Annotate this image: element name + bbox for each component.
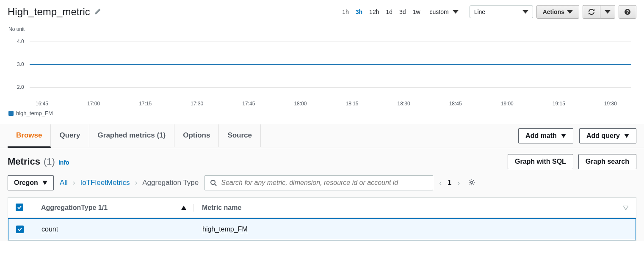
time-range-picker: 1h 3h 12h 1d 3d 1w custom: [340, 5, 461, 19]
chart-area: No unit 4.0 3.0 2.0 16:45 17:00 17:15 17…: [0, 22, 644, 119]
xtick: 17:00: [87, 101, 100, 107]
xtick: 19:30: [604, 101, 617, 107]
svg-point-4: [211, 180, 215, 184]
sort-asc-icon: [181, 206, 186, 210]
row-checkbox[interactable]: [16, 226, 41, 233]
breadcrumb-current: Aggregation Type: [142, 179, 199, 187]
ytick-2: 2.0: [17, 84, 24, 90]
column-aggregation-type[interactable]: AggregationType 1/1: [41, 204, 193, 212]
title-wrap: High_temp_metric: [8, 6, 340, 18]
tabs-bar: Browse Query Graphed metrics (1) Options…: [0, 124, 644, 148]
legend-label[interactable]: high_temp_FM: [16, 110, 53, 116]
breadcrumb-all[interactable]: All: [60, 179, 68, 187]
refresh-button[interactable]: [583, 5, 600, 19]
chart-type-label: Line: [474, 8, 485, 15]
svg-line-5: [215, 184, 216, 186]
metrics-head: Metrics (1) Info Graph with SQL Graph se…: [8, 154, 636, 169]
refresh-dropdown-button[interactable]: [600, 5, 615, 19]
xtick: 17:45: [242, 101, 255, 107]
tab-browse[interactable]: Browse: [8, 124, 51, 148]
help-icon: ?: [624, 8, 631, 15]
caret-down-icon: [522, 9, 528, 15]
cell-aggregation: count: [41, 226, 194, 233]
xtick: 18:00: [294, 101, 307, 107]
page-number: 1: [448, 179, 451, 187]
tab-source[interactable]: Source: [219, 124, 261, 147]
xtick: 18:30: [398, 101, 410, 107]
xtick: 17:30: [191, 101, 203, 107]
xtick: 19:00: [501, 101, 514, 107]
settings-icon[interactable]: [468, 179, 475, 187]
xtick: 18:45: [449, 101, 462, 107]
xtick: 19:15: [553, 101, 565, 107]
ytick-4: 4.0: [17, 39, 24, 44]
column-aggregation-label: AggregationType 1/1: [41, 204, 108, 212]
chart-type-select[interactable]: Line: [470, 6, 533, 18]
caret-down-icon: [42, 181, 47, 185]
graph-search-button[interactable]: Graph search: [578, 154, 636, 169]
page-next[interactable]: ›: [457, 179, 460, 187]
metrics-table: AggregationType 1/1 Metric name count hi…: [8, 197, 636, 241]
help-button[interactable]: ?: [619, 5, 636, 19]
actions-label: Actions: [543, 8, 564, 15]
add-query-button[interactable]: Add query: [579, 128, 636, 143]
page-title: High_temp_metric: [8, 6, 90, 18]
chart-xticks: 16:45 17:00 17:15 17:30 17:45 18:00 18:1…: [8, 99, 636, 107]
pager: ‹ 1 ›: [439, 179, 460, 187]
search-input[interactable]: [221, 179, 428, 187]
actions-button[interactable]: Actions: [536, 5, 579, 19]
region-select[interactable]: Oregon: [8, 175, 54, 190]
time-range-1h[interactable]: 1h: [340, 7, 351, 17]
table-row[interactable]: count high_temp_FM: [8, 218, 636, 240]
header-bar: High_temp_metric 1h 3h 12h 1d 3d 1w cust…: [0, 0, 644, 22]
page-prev[interactable]: ‹: [439, 179, 442, 187]
time-range-1d[interactable]: 1d: [383, 7, 395, 17]
chart-y-unit: No unit: [8, 26, 636, 32]
tab-query[interactable]: Query: [51, 124, 89, 147]
region-label: Oregon: [14, 179, 38, 187]
edit-icon[interactable]: [94, 8, 101, 16]
legend-swatch: [8, 111, 14, 116]
graph-with-sql-button[interactable]: Graph with SQL: [508, 154, 573, 169]
search-box[interactable]: [205, 175, 433, 190]
tab-graphed-metrics[interactable]: Graphed metrics (1): [89, 124, 175, 147]
ytick-3: 3.0: [17, 61, 24, 67]
header-controls: 1h 3h 12h 1d 3d 1w custom Line Actions: [340, 5, 636, 19]
caret-down-icon: [561, 134, 566, 138]
time-range-1w[interactable]: 1w: [410, 7, 423, 17]
info-link[interactable]: Info: [58, 159, 69, 166]
time-range-3h[interactable]: 3h: [353, 7, 365, 17]
checkbox-checked-icon: [16, 226, 24, 233]
time-range-12h[interactable]: 12h: [367, 7, 381, 17]
column-metric-name[interactable]: Metric name: [193, 204, 628, 212]
xtick: 16:45: [36, 101, 48, 107]
time-range-3d[interactable]: 3d: [397, 7, 409, 17]
time-range-custom-label: custom: [427, 7, 451, 17]
filter-row: Oregon All › IoTFleetMetrics › Aggregati…: [8, 175, 636, 190]
sort-icon: [623, 206, 628, 210]
metrics-title-wrap: Metrics (1) Info: [8, 156, 69, 167]
refresh-button-group: [583, 5, 615, 19]
select-all-checkbox[interactable]: [16, 204, 41, 212]
time-range-custom[interactable]: custom: [425, 5, 461, 19]
refresh-icon: [588, 8, 595, 15]
metrics-head-actions: Graph with SQL Graph search: [508, 154, 636, 169]
breadcrumb: All › IoTFleetMetrics › Aggregation Type: [60, 179, 199, 187]
breadcrumb-namespace[interactable]: IoTFleetMetrics: [80, 179, 130, 187]
caret-down-icon: [453, 9, 459, 15]
add-math-button[interactable]: Add math: [518, 128, 573, 143]
tab-options[interactable]: Options: [174, 124, 219, 147]
chevron-right-icon: ›: [73, 179, 75, 187]
line-chart[interactable]: 4.0 3.0 2.0: [8, 36, 636, 99]
metrics-section: Metrics (1) Info Graph with SQL Graph se…: [0, 148, 644, 241]
metrics-title: Metrics: [8, 156, 40, 167]
add-query-label: Add query: [586, 132, 620, 140]
caret-down-icon: [605, 9, 611, 15]
svg-text:?: ?: [626, 9, 629, 14]
caret-down-icon: [624, 134, 629, 138]
chart-legend: high_temp_FM: [8, 107, 636, 116]
caret-down-icon: [567, 9, 573, 15]
search-icon: [210, 179, 217, 186]
add-math-label: Add math: [525, 132, 557, 140]
cell-metric-name: high_temp_FM: [194, 226, 628, 233]
